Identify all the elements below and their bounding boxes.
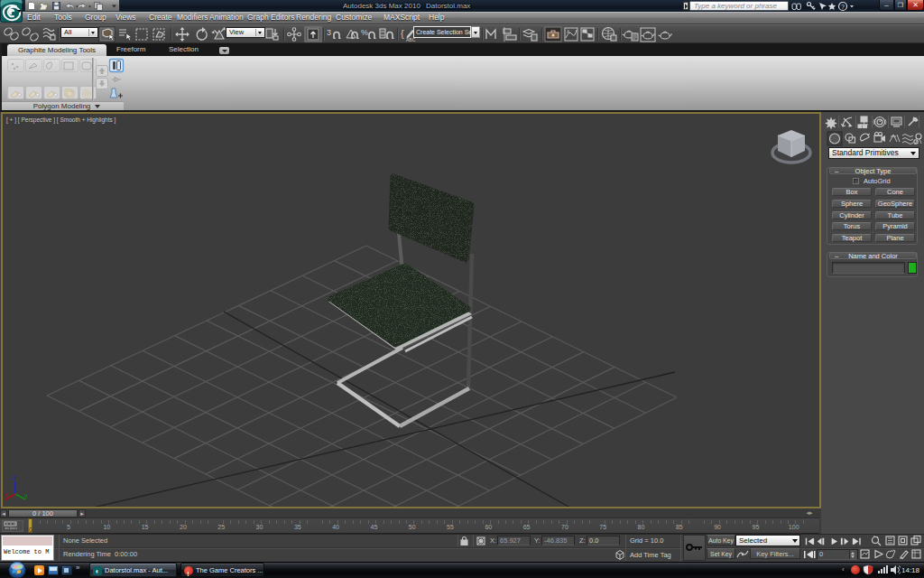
svg-text:3: 3: [327, 28, 331, 37]
svg-text:x: x: [5, 491, 8, 498]
svg-text:?: ?: [841, 4, 845, 10]
svg-text:%: %: [361, 28, 368, 37]
svg-text:A: A: [567, 29, 570, 34]
svg-text:y: y: [24, 492, 28, 499]
svg-text:z: z: [13, 474, 16, 480]
svg-text:{: {: [401, 28, 404, 39]
